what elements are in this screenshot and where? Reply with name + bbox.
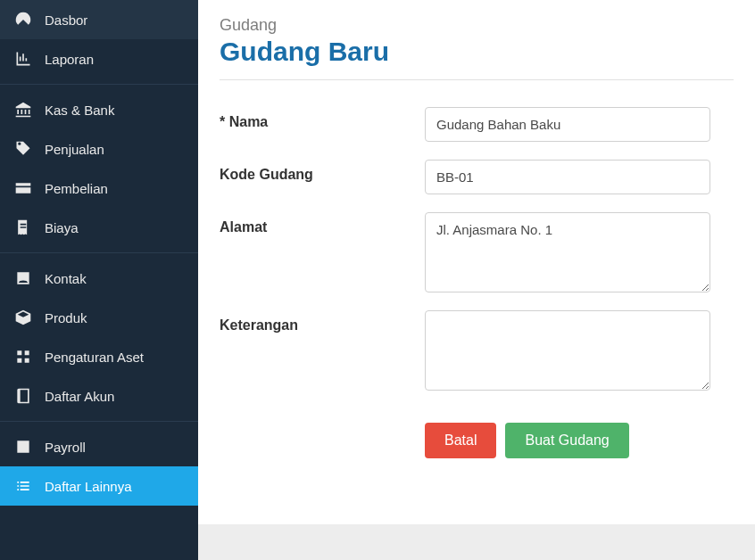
sidebar-item-label: Penjualan <box>45 142 104 157</box>
chart-icon <box>14 50 32 68</box>
sidebar-divider <box>0 84 198 85</box>
main-content: Gudang Gudang Baru * Nama Kode Gudang Al… <box>198 0 755 560</box>
textarea-keterangan[interactable] <box>425 310 710 391</box>
input-nama[interactable] <box>425 107 710 142</box>
label-keterangan: Keterangan <box>220 310 425 334</box>
label-alamat: Alamat <box>220 212 425 235</box>
payroll-icon <box>14 438 32 456</box>
textarea-alamat[interactable]: Jl. Anjasmara No. 1 <box>425 212 710 292</box>
sidebar-item-label: Pembelian <box>45 181 108 196</box>
form-row-keterangan: Keterangan <box>220 310 734 391</box>
sidebar-item-laporan[interactable]: Laporan <box>0 39 198 78</box>
form-row-alamat: Alamat Jl. Anjasmara No. 1 <box>220 212 734 292</box>
label-kode: Kode Gudang <box>220 160 425 183</box>
page-title: Gudang Baru <box>220 37 734 67</box>
sidebar-item-dasbor[interactable]: Dasbor <box>0 0 198 39</box>
bank-icon <box>14 101 32 119</box>
sidebar: Dasbor Laporan Kas & Bank Penjualan Pemb… <box>0 0 198 560</box>
cancel-button[interactable]: Batal <box>425 423 496 458</box>
sidebar-item-pembelian[interactable]: Pembelian <box>0 169 198 208</box>
sidebar-divider <box>0 421 198 422</box>
receipt-icon <box>14 218 32 236</box>
sidebar-item-penjualan[interactable]: Penjualan <box>0 129 198 169</box>
header-divider <box>220 79 734 80</box>
sidebar-item-pengaturan-aset[interactable]: Pengaturan Aset <box>0 337 198 376</box>
sidebar-item-label: Biaya <box>45 220 79 235</box>
sidebar-item-kontak[interactable]: Kontak <box>0 259 198 298</box>
sidebar-item-produk[interactable]: Produk <box>0 298 198 337</box>
form-row-kode: Kode Gudang <box>220 160 734 194</box>
sidebar-item-label: Laporan <box>45 52 94 67</box>
card-icon <box>14 179 32 197</box>
form-row-nama: * Nama <box>220 107 734 142</box>
sidebar-item-label: Kontak <box>45 271 87 286</box>
asset-icon <box>14 348 32 366</box>
sidebar-item-label: Payroll <box>45 440 86 455</box>
sidebar-divider <box>0 252 198 253</box>
sidebar-item-label: Pengaturan Aset <box>45 350 144 365</box>
submit-button[interactable]: Buat Gudang <box>505 423 628 458</box>
breadcrumb: Gudang <box>220 16 734 35</box>
sidebar-item-daftar-lainnya[interactable]: Daftar Lainnya <box>0 466 198 506</box>
list-icon <box>14 477 32 495</box>
sidebar-item-label: Kas & Bank <box>45 103 114 118</box>
button-row: Batal Buat Gudang <box>425 423 734 458</box>
sidebar-item-label: Produk <box>45 310 87 325</box>
book-icon <box>14 387 32 405</box>
sidebar-item-kas-bank[interactable]: Kas & Bank <box>0 90 198 129</box>
input-kode[interactable] <box>425 160 710 194</box>
sidebar-item-payroll[interactable]: Payroll <box>0 427 198 466</box>
box-icon <box>14 309 32 326</box>
label-nama: * Nama <box>220 107 425 130</box>
sidebar-item-label: Dasbor <box>45 12 87 28</box>
sidebar-item-label: Daftar Lainnya <box>45 479 132 494</box>
sidebar-item-label: Daftar Akun <box>45 389 114 404</box>
contact-icon <box>14 269 32 287</box>
sidebar-item-daftar-akun[interactable]: Daftar Akun <box>0 376 198 416</box>
dashboard-icon <box>14 11 32 29</box>
tag-icon <box>14 140 32 158</box>
sidebar-item-biaya[interactable]: Biaya <box>0 208 198 247</box>
footer-background <box>198 524 755 560</box>
